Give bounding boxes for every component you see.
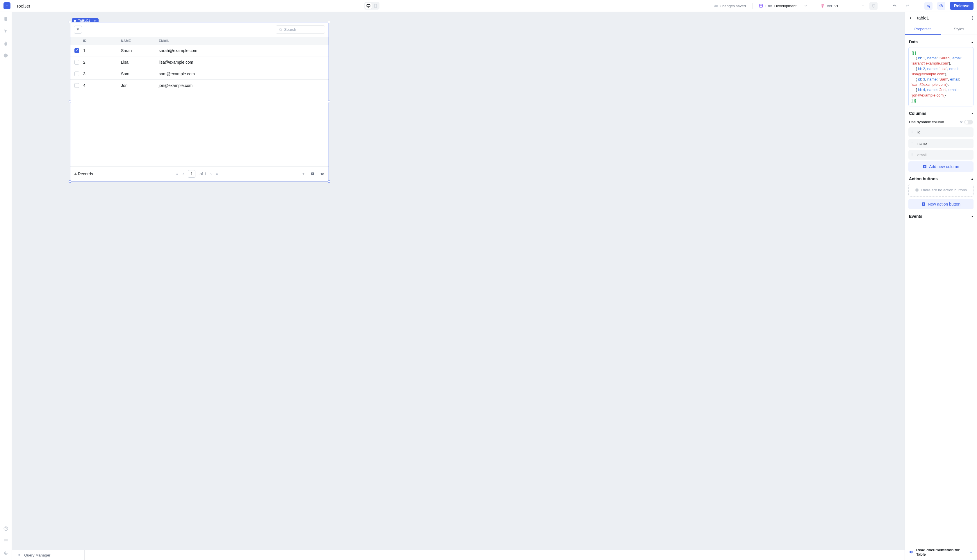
dynamic-column-toggle[interactable] — [964, 120, 973, 125]
resize-handle[interactable] — [68, 21, 71, 23]
page-prev-button[interactable]: ‹ — [183, 172, 184, 176]
device-preview-toggle — [364, 2, 380, 10]
documentation-link[interactable]: Read documentation for Table → — [905, 544, 977, 560]
no-action-buttons: There are no action buttons — [909, 184, 974, 197]
new-action-button[interactable]: New action button — [909, 199, 974, 209]
page-next-button[interactable]: › — [210, 172, 212, 176]
sync-button[interactable] — [869, 2, 877, 10]
canvas[interactable]: TABLE1 ID NAME — [12, 12, 905, 550]
drag-handle-icon[interactable]: ⠿ — [911, 153, 914, 157]
query-manager-label[interactable]: Query Manager — [24, 553, 50, 557]
search-icon — [279, 28, 282, 32]
table-row[interactable]: 3 Sam sam@example.com — [70, 68, 328, 80]
column-item[interactable]: ⠿name — [909, 139, 974, 148]
chevron-down-icon — [804, 4, 807, 8]
svg-rect-0 — [367, 4, 370, 7]
svg-point-3 — [929, 4, 930, 5]
more-icon[interactable] — [972, 16, 973, 20]
share-button[interactable] — [924, 2, 932, 10]
table-row[interactable]: 1 Sarah sarah@example.com — [70, 45, 328, 57]
section-data[interactable]: Data ▴ — [909, 35, 974, 47]
chevron-down-icon — [861, 4, 865, 8]
selected-component[interactable]: TABLE1 ID NAME — [70, 22, 329, 182]
section-action-buttons[interactable]: Action buttons ▴ — [909, 172, 974, 184]
bottom-bar: Query Manager — [12, 550, 905, 560]
section-columns[interactable]: Columns ▴ — [909, 107, 974, 118]
svg-rect-2 — [760, 4, 763, 8]
filter-button[interactable] — [74, 26, 82, 34]
release-button[interactable]: Release — [950, 2, 974, 10]
gear-icon[interactable] — [73, 20, 77, 22]
visibility-icon[interactable] — [320, 172, 325, 176]
environment-icon — [759, 4, 763, 8]
section-events[interactable]: Events ▴ — [909, 209, 974, 218]
drag-handle-icon[interactable]: ⠿ — [911, 142, 914, 145]
svg-point-6 — [941, 5, 942, 7]
svg-point-11 — [279, 28, 282, 30]
tab-properties[interactable]: Properties — [905, 24, 941, 35]
svg-point-4 — [927, 5, 928, 7]
svg-point-13 — [322, 173, 323, 175]
download-icon[interactable] — [310, 172, 315, 176]
row-checkbox[interactable] — [75, 48, 79, 53]
version-selector[interactable]: ver v1 — [820, 4, 865, 8]
fx-label[interactable]: fx — [960, 120, 962, 124]
table-row[interactable]: 2 Lisa lisa@example.com — [70, 57, 328, 68]
resize-handle[interactable] — [68, 180, 71, 183]
mobile-preview-button[interactable] — [372, 3, 378, 9]
search-input-wrap — [276, 25, 325, 34]
add-column-button[interactable]: Add new column — [909, 162, 974, 172]
page-last-button[interactable]: » — [216, 172, 218, 176]
data-code-editor[interactable]: {{ [ { id: 1, name: 'Sarah', email: 'sar… — [909, 47, 974, 107]
resize-handle[interactable] — [328, 180, 330, 183]
inspector-icon[interactable] — [3, 28, 9, 34]
desktop-preview-button[interactable] — [365, 3, 372, 9]
tab-styles[interactable]: Styles — [941, 24, 977, 35]
dynamic-column-row: Use dynamic column fx — [909, 118, 974, 127]
inspector-tabs: Properties Styles — [905, 24, 977, 35]
page-first-button[interactable]: « — [176, 172, 178, 176]
caret-up-icon: ▴ — [972, 40, 973, 43]
svg-rect-7 — [4, 17, 7, 21]
table-row[interactable]: 4 Jon jon@example.com — [70, 80, 328, 91]
pages-icon[interactable] — [3, 16, 9, 22]
arrow-right-icon: → — [969, 550, 973, 555]
row-checkbox[interactable] — [75, 83, 79, 88]
topbar: ToolJet Changes saved Env Development — [0, 0, 977, 12]
trash-icon[interactable] — [94, 20, 97, 22]
resize-handle[interactable] — [328, 101, 330, 103]
settings-icon[interactable] — [3, 53, 9, 58]
left-rail — [0, 12, 12, 560]
caret-up-icon: ▴ — [972, 112, 973, 115]
version-icon — [820, 4, 825, 8]
search-input[interactable] — [284, 27, 322, 32]
page-current[interactable]: 1 — [188, 170, 195, 178]
theme-icon[interactable] — [3, 550, 9, 556]
pagination: « ‹ 1 of 1 › » — [176, 170, 218, 178]
drag-handle-icon[interactable]: ⠿ — [911, 130, 914, 134]
back-button[interactable] — [909, 16, 914, 20]
app-title: ToolJet — [16, 3, 30, 8]
debug-icon[interactable] — [3, 40, 9, 46]
support-icon[interactable] — [3, 526, 9, 532]
comments-icon[interactable] — [3, 538, 9, 544]
column-item[interactable]: ⠿id — [909, 127, 974, 137]
row-checkbox[interactable] — [75, 72, 79, 76]
resize-handle[interactable] — [328, 21, 330, 23]
svg-point-16 — [972, 19, 973, 20]
caret-up-icon: ▴ — [972, 177, 973, 180]
svg-point-14 — [972, 16, 973, 17]
redo-button[interactable] — [904, 2, 912, 10]
resize-handle[interactable] — [68, 101, 71, 103]
svg-point-15 — [972, 17, 973, 18]
environment-selector[interactable]: Env Development — [759, 4, 807, 8]
caret-up-icon: ▴ — [972, 215, 973, 218]
row-checkbox[interactable] — [75, 60, 79, 65]
component-name: table1 — [917, 15, 929, 20]
add-row-icon[interactable] — [301, 172, 305, 176]
preview-button[interactable] — [937, 2, 945, 10]
undo-button[interactable] — [890, 2, 899, 10]
column-item[interactable]: ⠿email — [909, 150, 974, 160]
svg-rect-1 — [375, 4, 377, 8]
expand-icon[interactable] — [17, 553, 21, 557]
